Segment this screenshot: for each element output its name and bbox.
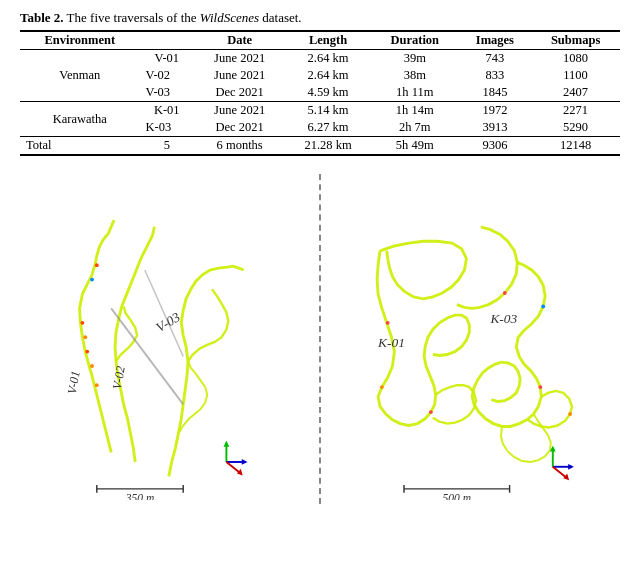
traversals-table: Environment Date Length Duration Images …	[20, 30, 620, 156]
length-k01: 5.14 km	[285, 102, 371, 120]
code-k03: K-03	[140, 119, 195, 137]
svg-point-2	[90, 364, 94, 368]
svg-text:350 m: 350 m	[125, 492, 154, 500]
submaps-k01: 2271	[531, 102, 620, 120]
svg-point-21	[386, 321, 390, 325]
figures-container: V-01 V-02 V-03 350 m	[20, 174, 620, 504]
date-v01: June 2021	[194, 50, 285, 68]
images-k03: 3913	[459, 119, 532, 137]
duration-k01: 1h 14m	[371, 102, 459, 120]
label-k01: K-01	[377, 335, 405, 350]
svg-point-4	[83, 335, 87, 339]
duration-v02: 38m	[371, 67, 459, 84]
table-row: Venman V-01 June 2021 2.64 km 39m 743 10…	[20, 50, 620, 68]
svg-point-1	[95, 383, 99, 387]
code-v03: V-03	[140, 84, 195, 102]
caption-text2: dataset.	[259, 10, 302, 25]
label-k03: K-03	[489, 311, 517, 326]
svg-text:500 m: 500 m	[443, 492, 471, 500]
date-k01: June 2021	[194, 102, 285, 120]
submaps-v01: 1080	[531, 50, 620, 68]
col-images: Images	[459, 31, 532, 50]
col-code	[140, 31, 195, 50]
svg-point-7	[95, 263, 99, 267]
map-venman-svg: V-01 V-02 V-03 350 m	[20, 174, 308, 500]
col-date: Date	[194, 31, 285, 50]
svg-rect-20	[332, 174, 620, 500]
submaps-k03: 5290	[531, 119, 620, 137]
total-row: Total 5 6 months 21.28 km 5h 49m 9306 12…	[20, 137, 620, 156]
duration-v03: 1h 11m	[371, 84, 459, 102]
svg-point-6	[90, 278, 94, 282]
images-v02: 833	[459, 67, 532, 84]
total-months: 6 months	[194, 137, 285, 156]
col-duration: Duration	[371, 31, 459, 50]
svg-point-27	[568, 412, 572, 416]
total-count: 5	[140, 137, 195, 156]
code-k01: K-01	[140, 102, 195, 120]
table-caption: Table 2. The five traversals of the Wild…	[20, 10, 620, 26]
submaps-v03: 2407	[531, 84, 620, 102]
figure-divider	[319, 174, 321, 504]
table-label: Table 2.	[20, 10, 64, 25]
col-length: Length	[285, 31, 371, 50]
svg-point-3	[85, 350, 89, 354]
svg-rect-0	[20, 174, 308, 500]
caption-text: The five traversals of the	[67, 10, 200, 25]
total-images: 9306	[459, 137, 532, 156]
env-karawatha: Karawatha	[20, 102, 140, 137]
env-venman: Venman	[20, 50, 140, 102]
duration-v01: 39m	[371, 50, 459, 68]
dataset-name: WildScenes	[200, 10, 259, 25]
length-v03: 4.59 km	[285, 84, 371, 102]
col-environment: Environment	[20, 31, 140, 50]
submaps-v02: 1100	[531, 67, 620, 84]
date-k03: Dec 2021	[194, 119, 285, 137]
svg-point-25	[541, 305, 545, 309]
images-k01: 1972	[459, 102, 532, 120]
total-label: Total	[20, 137, 140, 156]
length-k03: 6.27 km	[285, 119, 371, 137]
svg-point-26	[538, 385, 542, 389]
svg-point-22	[380, 385, 384, 389]
date-v03: Dec 2021	[194, 84, 285, 102]
length-v02: 2.64 km	[285, 67, 371, 84]
table-row: Karawatha K-01 June 2021 5.14 km 1h 14m …	[20, 102, 620, 120]
images-v01: 743	[459, 50, 532, 68]
col-submaps: Submaps	[531, 31, 620, 50]
map-karawatha-svg: K-01 K-03 500 m	[332, 174, 620, 500]
code-v02: V-02	[140, 67, 195, 84]
duration-k03: 2h 7m	[371, 119, 459, 137]
svg-point-24	[503, 291, 507, 295]
svg-point-23	[429, 410, 433, 414]
date-v02: June 2021	[194, 67, 285, 84]
figure-venman: V-01 V-02 V-03 350 m	[20, 174, 308, 504]
svg-point-5	[80, 321, 84, 325]
total-duration: 5h 49m	[371, 137, 459, 156]
images-v03: 1845	[459, 84, 532, 102]
figure-karawatha: K-01 K-03 500 m	[332, 174, 620, 504]
total-submaps: 12148	[531, 137, 620, 156]
length-v01: 2.64 km	[285, 50, 371, 68]
code-v01: V-01	[140, 50, 195, 68]
total-length: 21.28 km	[285, 137, 371, 156]
